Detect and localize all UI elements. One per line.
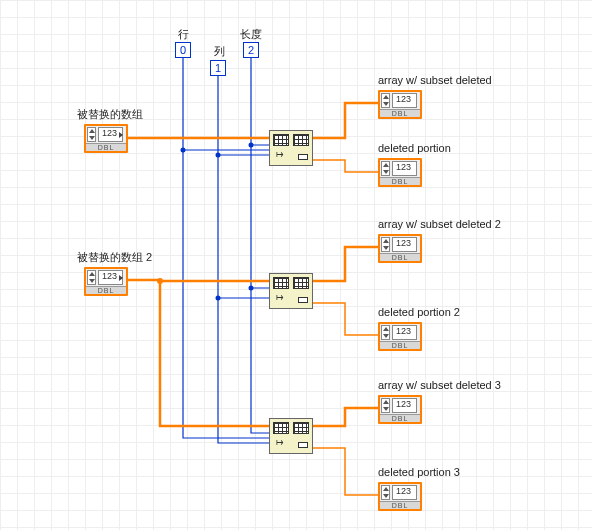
row-label: 行 bbox=[178, 27, 189, 42]
dbl-badge: DBL bbox=[380, 501, 420, 509]
svg-point-0 bbox=[181, 148, 186, 153]
dbl-badge: DBL bbox=[380, 414, 420, 422]
row-constant[interactable]: 0 bbox=[175, 42, 191, 58]
col-constant[interactable]: 1 bbox=[210, 60, 226, 76]
out2b-indicator[interactable]: DBL bbox=[378, 322, 422, 351]
delete-from-array-3[interactable]: ↦ bbox=[269, 418, 313, 454]
length-label: 长度 bbox=[240, 27, 262, 42]
length-constant[interactable]: 2 bbox=[243, 42, 259, 58]
input-array-2[interactable]: DBL bbox=[84, 267, 128, 296]
out2b-label: deleted portion 2 bbox=[378, 306, 460, 318]
dbl-badge: DBL bbox=[380, 177, 420, 185]
dbl-badge: DBL bbox=[86, 286, 126, 294]
svg-point-1 bbox=[216, 153, 221, 158]
out3a-label: array w/ subset deleted 3 bbox=[378, 379, 501, 391]
out2a-label: array w/ subset deleted 2 bbox=[378, 218, 501, 230]
dbl-badge: DBL bbox=[86, 143, 126, 151]
dbl-badge: DBL bbox=[380, 253, 420, 261]
svg-point-2 bbox=[216, 296, 221, 301]
svg-point-5 bbox=[157, 278, 163, 284]
svg-point-3 bbox=[249, 143, 254, 148]
out3a-indicator[interactable]: DBL bbox=[378, 395, 422, 424]
block-diagram: 行 0 列 1 长度 2 被替换的数组 DBL 被替换的数组 2 DBL ↦ ↦… bbox=[0, 0, 592, 530]
svg-point-4 bbox=[249, 286, 254, 291]
out1b-indicator[interactable]: DBL bbox=[378, 158, 422, 187]
out2a-indicator[interactable]: DBL bbox=[378, 234, 422, 263]
dbl-badge: DBL bbox=[380, 341, 420, 349]
out1a-indicator[interactable]: DBL bbox=[378, 90, 422, 119]
delete-from-array-1[interactable]: ↦ bbox=[269, 130, 313, 166]
dbl-badge: DBL bbox=[380, 109, 420, 117]
input-array-1-label: 被替换的数组 bbox=[77, 107, 143, 122]
input-array-2-label: 被替换的数组 2 bbox=[77, 250, 152, 265]
out3b-label: deleted portion 3 bbox=[378, 466, 460, 478]
out3b-indicator[interactable]: DBL bbox=[378, 482, 422, 511]
delete-from-array-2[interactable]: ↦ bbox=[269, 273, 313, 309]
col-label: 列 bbox=[214, 44, 225, 59]
out1b-label: deleted portion bbox=[378, 142, 451, 154]
out1a-label: array w/ subset deleted bbox=[378, 74, 492, 86]
input-array-1[interactable]: DBL bbox=[84, 124, 128, 153]
